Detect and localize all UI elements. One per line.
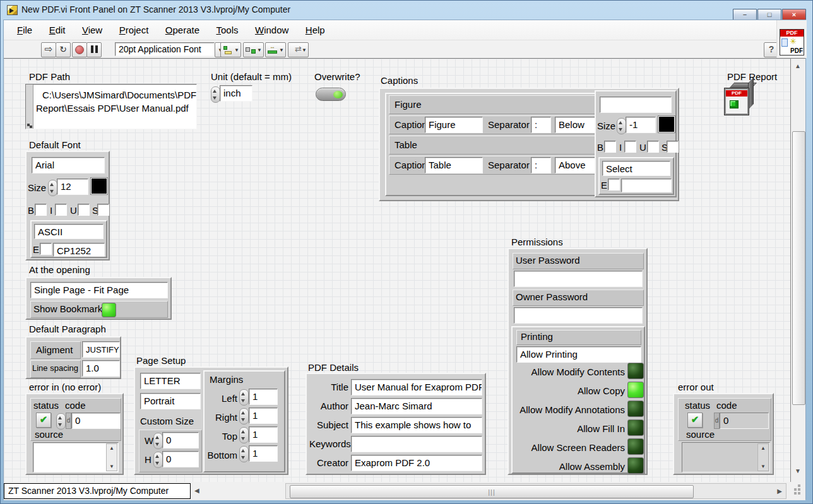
vertical-scroll-thumb[interactable] (792, 131, 805, 405)
underline-checkbox[interactable] (647, 141, 659, 153)
encoding-field[interactable]: CP1252 (53, 243, 105, 257)
menu-window[interactable]: Window (248, 20, 295, 40)
italic-checkbox[interactable] (55, 204, 67, 216)
abort-button[interactable] (72, 42, 87, 57)
margin-bottom-field[interactable]: 1 (249, 445, 278, 462)
code-spinner[interactable] (56, 413, 66, 430)
menu-project[interactable]: Project (112, 20, 156, 40)
encoding-enable-checkbox[interactable] (608, 179, 620, 190)
table-separator-field[interactable]: : (531, 157, 551, 173)
scroll-right-icon[interactable]: ▶ (777, 488, 782, 495)
radix[interactable]: d (66, 413, 71, 429)
captions-charset-ring[interactable]: Select (602, 161, 670, 176)
alignment-ring[interactable]: JUSTIFY (82, 341, 120, 358)
size-spinner[interactable] (617, 118, 626, 134)
align-objects-button[interactable]: ▼ (220, 42, 241, 57)
italic-checkbox[interactable] (624, 141, 636, 153)
resize-grip[interactable] (794, 488, 797, 491)
default-font-size[interactable]: 12 (57, 179, 88, 195)
path-browse-strip[interactable] (26, 85, 33, 129)
margin-right-spinner[interactable] (239, 408, 249, 425)
creator-field[interactable]: Exaprom PDF 2.0 (351, 455, 482, 471)
source-field[interactable]: ▲ ▼ (33, 442, 119, 472)
bold-checkbox[interactable] (35, 204, 47, 216)
margin-bottom-spinner[interactable] (239, 446, 249, 462)
margin-left-field[interactable]: 1 (249, 389, 278, 405)
bold-checkbox[interactable] (604, 141, 616, 153)
distribute-objects-button[interactable]: ▼ (243, 42, 264, 57)
captions-font-size[interactable]: -1 (626, 117, 656, 133)
margin-left-spinner[interactable] (239, 389, 249, 406)
default-font-name[interactable]: Arial (32, 157, 105, 173)
run-continuously-button[interactable]: ↻ (56, 42, 71, 57)
table-caption-field[interactable]: Table (425, 157, 483, 173)
charset-ring[interactable]: ASCII (34, 224, 104, 239)
menu-file[interactable]: File (10, 20, 39, 40)
scroll-up-icon[interactable]: ▲ (795, 62, 801, 69)
unit-value[interactable]: inch (220, 85, 252, 102)
scroll-down-icon[interactable]: ▼ (758, 464, 768, 469)
scroll-up-icon[interactable]: ▲ (107, 445, 117, 451)
owner-password-field[interactable] (514, 307, 643, 324)
scroll-down-icon[interactable]: ▼ (795, 467, 801, 474)
titlebar[interactable]: New PDF.vi Front Panel on ZT Scanner 201… (1, 1, 812, 20)
resize-objects-button[interactable]: ↔ ▼ (265, 42, 286, 57)
line-spacing-field[interactable]: 1.0 (82, 360, 120, 377)
size-spinner[interactable] (48, 180, 57, 196)
encoding-enable-checkbox[interactable] (40, 243, 52, 255)
menu-help[interactable]: Help (299, 20, 332, 40)
run-button[interactable]: ⇨ (41, 42, 56, 57)
reorder-objects-button[interactable]: ⇄ ▼ (288, 42, 309, 57)
margin-top-spinner[interactable] (239, 427, 249, 443)
source-scrollbar[interactable]: ▲ ▼ (106, 443, 117, 471)
height-field[interactable]: 0 (162, 451, 199, 467)
show-bookmarks-led[interactable] (102, 303, 116, 317)
figure-caption-field[interactable]: Figure (425, 117, 483, 133)
scroll-up-icon[interactable]: ▲ (758, 445, 768, 451)
author-field[interactable]: Jean-Marc Simard (351, 398, 482, 414)
opening-view-ring[interactable]: Single Page - Fit Page (30, 282, 168, 298)
scroll-down-icon[interactable]: ▼ (107, 464, 117, 469)
allow-fill-in-led[interactable] (627, 419, 644, 436)
strike-checkbox[interactable] (97, 204, 109, 216)
captions-font-color[interactable] (658, 115, 675, 133)
vi-icon[interactable]: PDF ✳ PDF (780, 29, 804, 56)
menu-tools[interactable]: Tools (209, 20, 245, 40)
unit-spinner[interactable] (211, 86, 220, 103)
status-boolean[interactable]: ✔ (36, 413, 51, 428)
pdf-report-icon[interactable]: PDF (725, 83, 755, 115)
allow-copy-led[interactable] (627, 382, 644, 398)
code-field[interactable]: 0 (71, 413, 121, 429)
menu-view[interactable]: View (75, 20, 109, 40)
printing-ring[interactable]: Allow Printing (516, 346, 641, 363)
title-field[interactable]: User Manual for Exaprom PDF (351, 379, 482, 396)
scroll-left-icon[interactable]: ◀ (194, 487, 199, 494)
captions-font-name[interactable] (600, 97, 672, 113)
vertical-scrollbar[interactable]: ▲ ▼ (790, 58, 805, 482)
margin-top-field[interactable]: 1 (249, 426, 278, 443)
keywords-field[interactable] (351, 436, 482, 452)
captions-encoding-field[interactable] (621, 179, 672, 192)
source-scrollbar[interactable]: ▲ ▼ (757, 443, 769, 471)
margin-right-field[interactable]: 1 (249, 407, 278, 424)
pdf-path-control[interactable]: C:\Users\JMSimard\Documents\PDF Report\E… (25, 84, 197, 129)
strike-checkbox[interactable] (667, 141, 679, 153)
horizontal-scroll-thumb[interactable]: ||| (290, 485, 694, 498)
menu-operate[interactable]: Operate (158, 20, 206, 40)
allow-screen-readers-led[interactable] (627, 438, 644, 455)
width-spinner[interactable] (153, 433, 163, 449)
orientation-ring[interactable]: Portrait (140, 393, 201, 409)
width-field[interactable]: 0 (162, 432, 199, 448)
underline-checkbox[interactable] (78, 204, 90, 216)
menu-edit[interactable]: Edit (42, 20, 73, 40)
user-password-field[interactable] (514, 271, 643, 287)
font-selector[interactable]: 20pt Application Font (115, 42, 215, 56)
paper-size-ring[interactable]: LETTER (140, 373, 201, 389)
overwrite-switch[interactable] (316, 88, 346, 101)
allow-modify-annotations-led[interactable] (627, 401, 644, 417)
height-spinner[interactable] (153, 452, 163, 468)
subject-field[interactable]: This example shows how to (351, 417, 482, 433)
horizontal-scrollbar[interactable]: ||| ▶ (285, 483, 786, 499)
execution-context-box[interactable]: ZT Scanner 2013 V3.lvproj/My Computer (4, 483, 191, 499)
allow-assembly-led[interactable] (627, 457, 644, 474)
